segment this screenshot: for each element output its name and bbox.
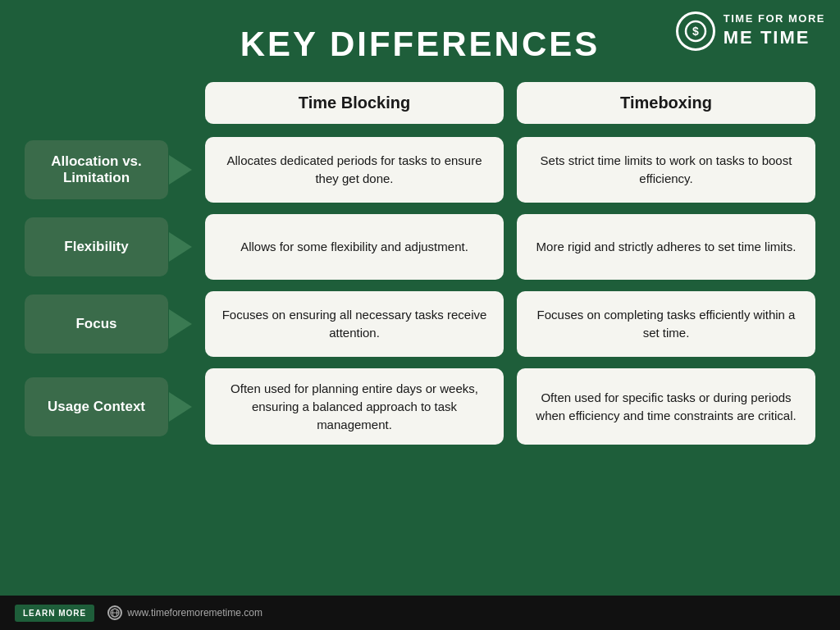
row-cells: Allocates dedicated periods for tasks to… <box>205 137 815 203</box>
cell-timeboxing-2: Focuses on completing tasks efficiently … <box>517 291 815 357</box>
table-row: Allocation vs. Limitation Allocates dedi… <box>25 137 815 203</box>
table-row: Flexibility Allows for some flexibility … <box>25 214 815 280</box>
row-arrow-icon <box>169 232 192 262</box>
row-cells: Often used for planning entire days or w… <box>205 368 815 445</box>
cell-time-blocking-1: Allows for some flexibility and adjustme… <box>205 214 504 280</box>
bottom-bar: LEARN MORE www.timeforemoremetime.com <box>0 596 840 630</box>
col-header-time-blocking: Time Blocking <box>205 82 504 124</box>
row-label-allocation: Allocation vs. Limitation <box>25 140 168 199</box>
row-cells: Allows for some flexibility and adjustme… <box>205 214 815 280</box>
cell-timeboxing-3: Often used for specific tasks or during … <box>517 368 815 445</box>
column-headers: Time Blocking Timeboxing <box>205 82 815 124</box>
cell-timeboxing-0: Sets strict time limits to work on tasks… <box>517 137 815 203</box>
col-header-timeboxing: Timeboxing <box>517 82 815 124</box>
row-arrow-icon <box>169 392 192 422</box>
logo-line2: ME TIME <box>724 26 825 50</box>
logo-icon: $ <box>676 11 715 51</box>
row-arrow-icon <box>169 155 192 185</box>
logo-line1: TIME FOR MORE <box>724 12 825 26</box>
cell-time-blocking-3: Often used for planning entire days or w… <box>205 368 504 445</box>
cell-timeboxing-1: More rigid and strictly adheres to set t… <box>517 214 815 280</box>
logo-area: $ TIME FOR MORE ME TIME <box>676 11 825 51</box>
row-label-focus: Focus <box>25 294 168 354</box>
row-label-wrap: Usage Context <box>25 377 180 436</box>
table-row: Usage Context Often used for planning en… <box>25 368 815 445</box>
website-url-text: www.timeforemoremetime.com <box>127 607 262 619</box>
learn-more-button[interactable]: LEARN MORE <box>15 605 94 622</box>
table-row: Focus Focuses on ensuring all necessary … <box>25 291 815 357</box>
cell-time-blocking-0: Allocates dedicated periods for tasks to… <box>205 137 504 203</box>
page-wrapper: $ TIME FOR MORE ME TIME KEY DIFFERENCES … <box>0 0 840 630</box>
row-cells: Focuses on ensuring all necessary tasks … <box>205 291 815 357</box>
row-label-wrap: Allocation vs. Limitation <box>25 140 180 199</box>
row-label-usage-context: Usage Context <box>25 377 168 436</box>
row-label-wrap: Flexibility <box>25 217 180 276</box>
rows-container: Allocation vs. Limitation Allocates dedi… <box>25 137 815 445</box>
website-url: www.timeforemoremetime.com <box>107 605 262 620</box>
website-icon <box>107 605 122 620</box>
logo-text: TIME FOR MORE ME TIME <box>724 12 825 49</box>
row-label-flexibility: Flexibility <box>25 217 168 276</box>
row-arrow-icon <box>169 309 192 339</box>
cell-time-blocking-2: Focuses on ensuring all necessary tasks … <box>205 291 504 357</box>
row-label-wrap: Focus <box>25 294 180 354</box>
svg-text:$: $ <box>692 25 699 38</box>
